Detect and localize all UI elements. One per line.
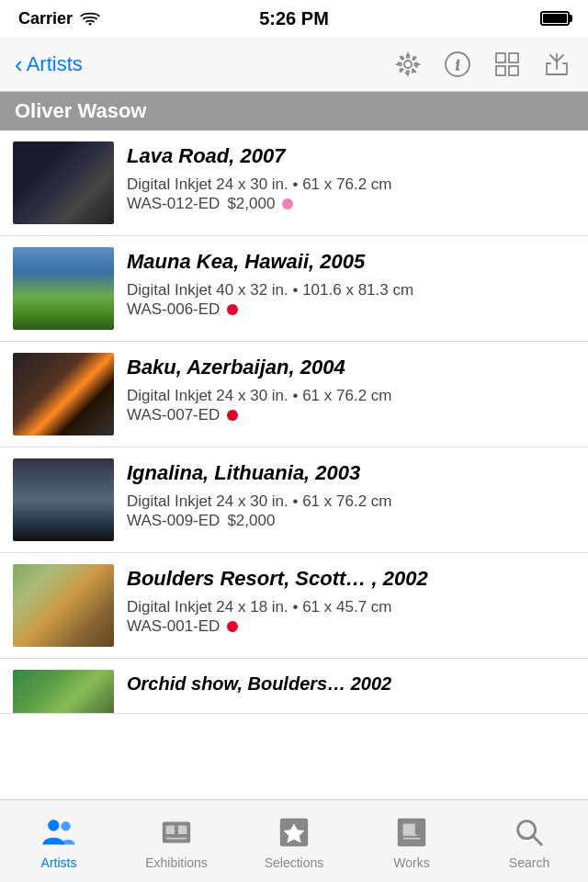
status-dot (282, 198, 293, 209)
artwork-info: Mauna Kea, Hawaii, 2005 Digital Inkjet 4… (127, 247, 575, 319)
artwork-medium: Digital Inkjet 40 x 32 in. • 101.6 x 81.… (127, 279, 575, 301)
grid-button[interactable] (491, 48, 524, 81)
back-label: Artists (27, 52, 83, 76)
tab-selections[interactable]: Selections (235, 800, 353, 882)
artwork-code: WAS-007-ED (127, 406, 575, 424)
artwork-code: WAS-009-ED $2,000 (127, 512, 575, 530)
svg-rect-19 (403, 823, 415, 833)
share-icon (543, 51, 571, 78)
status-dot (227, 304, 238, 315)
artwork-thumbnail (13, 353, 114, 435)
tab-artists-label: Artists (41, 855, 77, 870)
svg-text:i: i (456, 57, 459, 73)
artwork-code: WAS-012-ED $2,000 (127, 195, 575, 213)
artwork-thumbnail (13, 564, 114, 647)
tab-search-label: Search (509, 855, 549, 870)
selections-icon (275, 813, 313, 852)
info-button[interactable]: i (441, 48, 474, 81)
list-item[interactable]: Boulders Resort, Scott… , 2002 Digital I… (0, 553, 588, 659)
artwork-title: Boulders Resort, Scott… , 2002 (127, 566, 575, 593)
tab-works-label: Works (393, 855, 429, 870)
svg-line-23 (533, 835, 542, 844)
gear-icon (394, 51, 422, 78)
artists-icon (40, 813, 78, 852)
artwork-title: Mauna Kea, Hawaii, 2005 (127, 249, 575, 276)
artwork-list: Lava Road, 2007 Digital Inkjet 24 x 30 i… (0, 130, 588, 803)
tab-search[interactable]: Search (470, 800, 588, 882)
gear-button[interactable] (391, 48, 424, 81)
artwork-medium: Digital Inkjet 24 x 30 in. • 61 x 76.2 c… (127, 385, 575, 407)
search-icon (510, 813, 548, 852)
tab-selections-label: Selections (265, 855, 324, 870)
svg-point-11 (62, 821, 71, 831)
artwork-medium: Digital Inkjet 24 x 18 in. • 61 x 45.7 c… (127, 596, 575, 618)
status-time: 5:26 PM (259, 8, 329, 29)
status-left: Carrier (18, 9, 100, 28)
svg-rect-7 (496, 66, 505, 75)
carrier-label: Carrier (18, 9, 73, 28)
artwork-title: Ignalina, Lithuania, 2003 (127, 460, 575, 487)
nav-icons: i (391, 48, 573, 81)
svg-point-10 (49, 820, 59, 830)
svg-rect-13 (166, 825, 175, 834)
svg-rect-20 (403, 837, 421, 839)
tab-bar: Artists Exhibitions Selections (0, 799, 588, 882)
svg-point-1 (404, 61, 412, 68)
artwork-info: Lava Road, 2007 Digital Inkjet 24 x 30 i… (127, 141, 575, 213)
info-icon: i (444, 51, 471, 78)
svg-rect-15 (166, 837, 187, 839)
artwork-info: Ignalina, Lithuania, 2003 Digital Inkjet… (127, 458, 575, 530)
tab-works[interactable]: Works (353, 800, 470, 882)
svg-rect-5 (496, 53, 505, 62)
section-header: Oliver Wasow (0, 92, 588, 130)
artwork-info: Orchid show, Boulders… 2002 (127, 670, 575, 699)
artwork-thumbnail (13, 247, 114, 330)
list-item[interactable]: Lava Road, 2007 Digital Inkjet 24 x 30 i… (0, 130, 588, 236)
grid-icon (493, 51, 521, 78)
nav-bar: ‹ Artists i (0, 37, 588, 92)
svg-rect-14 (178, 825, 187, 834)
status-dot (227, 621, 238, 632)
svg-rect-6 (509, 53, 518, 62)
artwork-thumbnail (13, 670, 114, 714)
artwork-info: Boulders Resort, Scott… , 2002 Digital I… (127, 564, 575, 636)
exhibitions-icon (157, 813, 196, 852)
svg-point-0 (89, 23, 92, 26)
wifi-icon (80, 11, 100, 26)
status-right (540, 11, 570, 26)
artwork-title: Orchid show, Boulders… 2002 (127, 672, 575, 695)
artwork-code: WAS-001-ED (127, 617, 575, 636)
battery-icon (540, 11, 570, 26)
artwork-title: Lava Road, 2007 (127, 143, 575, 170)
artwork-medium: Digital Inkjet 24 x 30 in. • 61 x 76.2 c… (127, 491, 575, 513)
share-button[interactable] (540, 48, 573, 81)
artwork-medium: Digital Inkjet 24 x 30 in. • 61 x 76.2 c… (127, 174, 575, 196)
artwork-thumbnail (13, 141, 114, 224)
list-item[interactable]: Baku, Azerbaijan, 2004 Digital Inkjet 24… (0, 342, 588, 447)
svg-rect-8 (509, 66, 518, 75)
status-dot (227, 410, 238, 421)
tab-exhibitions-label: Exhibitions (145, 855, 208, 870)
section-title: Oliver Wasow (15, 99, 146, 122)
status-bar: Carrier 5:26 PM (0, 0, 588, 37)
works-icon (392, 813, 431, 852)
artwork-info: Baku, Azerbaijan, 2004 Digital Inkjet 24… (127, 353, 575, 424)
tab-artists[interactable]: Artists (0, 800, 118, 882)
artwork-thumbnail (13, 458, 114, 541)
back-chevron-icon: ‹ (15, 52, 23, 76)
artwork-code: WAS-006-ED (127, 300, 575, 319)
list-item[interactable]: Mauna Kea, Hawaii, 2005 Digital Inkjet 4… (0, 236, 588, 342)
back-button[interactable]: ‹ Artists (15, 52, 83, 76)
artwork-title: Baku, Azerbaijan, 2004 (127, 355, 575, 381)
list-item[interactable]: Orchid show, Boulders… 2002 (0, 659, 588, 714)
svg-rect-21 (403, 833, 417, 835)
list-item[interactable]: Ignalina, Lithuania, 2003 Digital Inkjet… (0, 447, 588, 553)
tab-exhibitions[interactable]: Exhibitions (118, 800, 235, 882)
